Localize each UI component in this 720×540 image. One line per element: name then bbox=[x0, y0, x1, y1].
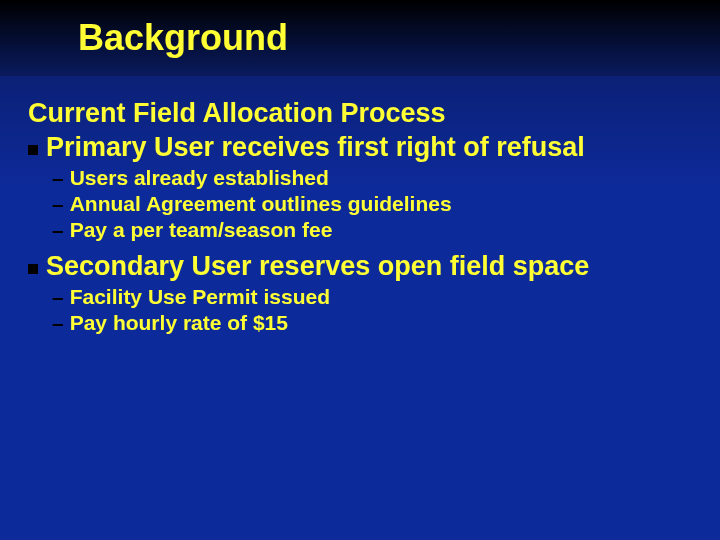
square-bullet-icon bbox=[28, 145, 38, 155]
sub-bullet: – Pay a per team/season fee bbox=[52, 217, 692, 242]
bullet-primary: Primary User receives first right of ref… bbox=[28, 131, 692, 163]
content-heading: Current Field Allocation Process bbox=[28, 98, 692, 129]
sub-bullet: – Facility Use Permit issued bbox=[52, 284, 692, 309]
sub-bullet: – Annual Agreement outlines guidelines bbox=[52, 191, 692, 216]
dash-icon: – bbox=[52, 284, 64, 309]
sub-bullet-text: Annual Agreement outlines guidelines bbox=[70, 191, 452, 216]
slide: Background Current Field Allocation Proc… bbox=[0, 0, 720, 540]
slide-content: Current Field Allocation Process Primary… bbox=[0, 76, 720, 336]
sub-bullet-text: Pay a per team/season fee bbox=[70, 217, 333, 242]
sub-bullet: – Pay hourly rate of $15 bbox=[52, 310, 692, 335]
square-bullet-icon bbox=[28, 264, 38, 274]
title-bar: Background bbox=[0, 0, 720, 76]
sub-bullet-text: Users already established bbox=[70, 165, 329, 190]
dash-icon: – bbox=[52, 217, 64, 242]
bullet-primary-text: Primary User receives first right of ref… bbox=[46, 131, 585, 163]
slide-title: Background bbox=[78, 18, 720, 58]
sub-bullet-text: Facility Use Permit issued bbox=[70, 284, 330, 309]
sub-bullet: – Users already established bbox=[52, 165, 692, 190]
sub-bullet-text: Pay hourly rate of $15 bbox=[70, 310, 288, 335]
dash-icon: – bbox=[52, 165, 64, 190]
dash-icon: – bbox=[52, 191, 64, 216]
bullet-secondary: Secondary User reserves open field space bbox=[28, 250, 692, 282]
dash-icon: – bbox=[52, 310, 64, 335]
bullet-secondary-text: Secondary User reserves open field space bbox=[46, 250, 589, 282]
